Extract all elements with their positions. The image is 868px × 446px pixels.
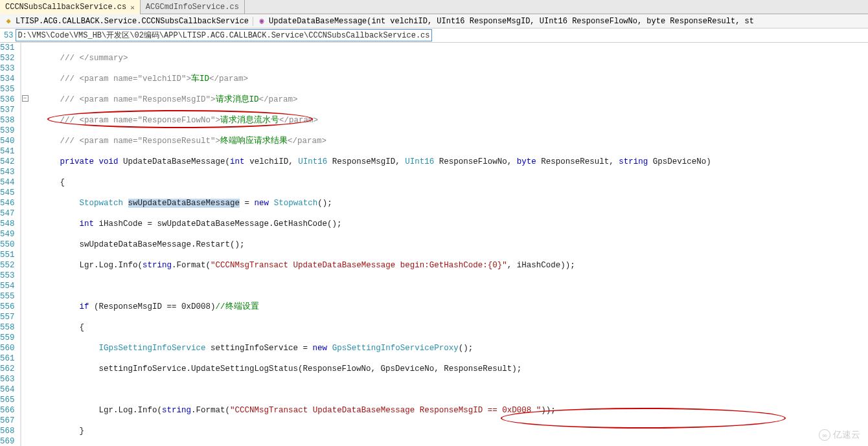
line-number: 542: [0, 157, 15, 167]
line-number: 554: [0, 281, 15, 291]
line-number: 569: [0, 436, 15, 446]
file-tab-active[interactable]: CCCNSubsCallbackService.cs ✕: [0, 0, 141, 14]
line-number: 537: [0, 105, 15, 115]
line-number: 556: [0, 302, 15, 312]
line-number: 538: [0, 115, 15, 126]
method-icon: ◉: [257, 17, 266, 26]
line-number: 562: [0, 364, 15, 374]
line-number: 560: [0, 343, 15, 353]
line-number: 563: [0, 374, 15, 385]
path-input[interactable]: D:\VMS\Code\VMS_HB\开发区\02编码\APP\LTISP.AC…: [16, 29, 431, 41]
line-number: 567: [0, 416, 15, 426]
line-number: 557: [0, 312, 15, 322]
context-method-dropdown[interactable]: ◉ UpdateDataBaseMessage(int velchiID, UI…: [253, 17, 868, 26]
watermark-text: 亿速云: [833, 429, 860, 441]
path-lineno: 53: [4, 31, 13, 40]
line-number: 541: [0, 146, 15, 157]
line-number: 561: [0, 353, 15, 364]
tab-label: CCCNSubsCallbackService.cs: [5, 3, 126, 12]
line-number: 551: [0, 250, 15, 260]
line-number: 555: [0, 291, 15, 302]
close-icon[interactable]: ✕: [130, 3, 135, 12]
line-number: 534: [0, 74, 15, 84]
line-number: 533: [0, 63, 15, 74]
line-number: 532: [0, 53, 15, 63]
path-bar: 53 D:\VMS\Code\VMS_HB\开发区\02编码\APP\LTISP…: [0, 28, 868, 43]
line-number: 543: [0, 167, 15, 177]
selected-text: swUpdateDataBaseMessage: [128, 199, 240, 208]
line-number: 559: [0, 333, 15, 343]
line-number: 531: [0, 43, 15, 53]
line-number: 536: [0, 95, 15, 105]
code-area[interactable]: /// </summary> /// <param name="velchiID…: [21, 43, 868, 446]
line-number: 553: [0, 271, 15, 281]
line-number: 568: [0, 426, 15, 436]
context-class-dropdown[interactable]: ◆ LTISP.ACG.CALLBACK.Service.CCCNSubsCal…: [0, 17, 253, 26]
line-number: 535: [0, 84, 15, 95]
context-class: LTISP.ACG.CALLBACK.Service.CCCNSubsCallb…: [16, 17, 249, 26]
watermark-icon: ∞: [819, 429, 830, 441]
line-number: 564: [0, 385, 15, 395]
line-number-gutter: 5315325335345355365375385395405415425435…: [0, 43, 21, 446]
line-number: 566: [0, 405, 15, 416]
line-number: 565: [0, 395, 15, 405]
line-number: 539: [0, 126, 15, 136]
context-bar: ◆ LTISP.ACG.CALLBACK.Service.CCCNSubsCal…: [0, 14, 868, 28]
line-number: 550: [0, 240, 15, 250]
line-number: 548: [0, 219, 15, 229]
context-method: UpdateDataBaseMessage(int velchiID, UInt…: [269, 17, 754, 26]
tab-label: ACGCmdInfoService.cs: [146, 3, 239, 12]
line-number: 544: [0, 177, 15, 188]
line-number: 547: [0, 208, 15, 219]
line-number: 540: [0, 136, 15, 146]
line-number: 552: [0, 260, 15, 271]
line-number: 546: [0, 198, 15, 208]
file-tab[interactable]: ACGCmdInfoService.cs: [141, 0, 245, 14]
line-number: 558: [0, 322, 15, 333]
line-number: 549: [0, 229, 15, 240]
class-icon: ◆: [4, 17, 13, 26]
file-tabs: CCCNSubsCallbackService.cs ✕ ACGCmdInfoS…: [0, 0, 868, 14]
line-number: 545: [0, 188, 15, 198]
code-editor[interactable]: 5315325335345355365375385395405415425435…: [0, 43, 868, 446]
watermark: ∞ 亿速云: [819, 429, 860, 441]
